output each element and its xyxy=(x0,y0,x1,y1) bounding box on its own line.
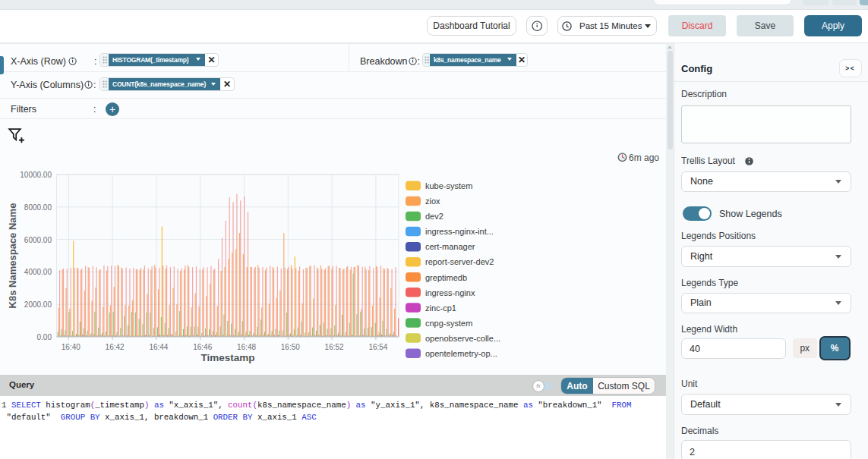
svg-text:greptimedb: greptimedb xyxy=(425,273,467,282)
svg-text:K8s Namespace Name: K8s Namespace Name xyxy=(7,203,18,309)
svg-text:16:50: 16:50 xyxy=(281,343,300,351)
svg-text:10000.00: 10000.00 xyxy=(20,171,52,179)
svg-text:ziox: ziox xyxy=(425,196,440,206)
svg-text:16:44: 16:44 xyxy=(149,343,168,351)
svg-text:kube-system: kube-system xyxy=(425,181,472,190)
svg-text:6000.00: 6000.00 xyxy=(24,236,52,244)
svg-text:report-server-dev2: report-server-dev2 xyxy=(425,257,494,266)
svg-text:Timestamp: Timestamp xyxy=(200,352,254,363)
svg-text:ingress-nginx: ingress-nginx xyxy=(425,288,475,297)
svg-text:cert-manager: cert-manager xyxy=(425,242,475,251)
svg-text:ingress-nginx-int...: ingress-nginx-int... xyxy=(425,227,494,236)
svg-text:dev2: dev2 xyxy=(425,212,443,221)
svg-text:openobserve-colle...: openobserve-colle... xyxy=(425,334,500,343)
svg-text:16:54: 16:54 xyxy=(368,343,387,351)
svg-text:16:52: 16:52 xyxy=(325,343,344,351)
svg-text:16:42: 16:42 xyxy=(106,343,125,351)
svg-text:opentelemetry-op...: opentelemetry-op... xyxy=(425,349,497,358)
svg-text:0.00: 0.00 xyxy=(37,333,52,341)
svg-text:6m ago: 6m ago xyxy=(629,152,659,163)
svg-text:zinc-cp1: zinc-cp1 xyxy=(425,303,456,313)
svg-text:16:40: 16:40 xyxy=(62,343,80,351)
svg-text:16:46: 16:46 xyxy=(193,343,212,351)
svg-text:8000.00: 8000.00 xyxy=(24,203,52,212)
svg-text:2000.00: 2000.00 xyxy=(24,300,52,309)
svg-text:16:48: 16:48 xyxy=(237,343,256,351)
svg-text:4000.00: 4000.00 xyxy=(24,268,52,276)
svg-text:cnpg-system: cnpg-system xyxy=(425,319,472,328)
